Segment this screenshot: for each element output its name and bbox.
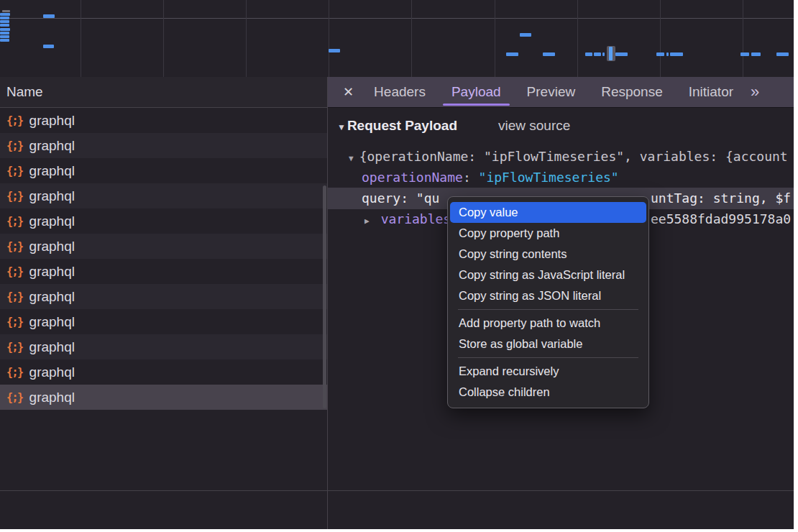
payload-root-preview: {operationName: "ipFlowTimeseries", vari… [359, 149, 788, 164]
scrollbar-thumb[interactable] [323, 185, 326, 408]
request-timing-bar [594, 52, 601, 56]
network-request-row[interactable]: {;}graphql [0, 234, 327, 259]
overview-gridline [81, 0, 81, 77]
expand-triangle-icon[interactable]: ▶ [364, 216, 370, 226]
overview-gridline [163, 0, 164, 77]
json-braces-icon: {;} [6, 139, 23, 152]
payload-root-row[interactable]: ▼{operationName: "ipFlowTimeseries", var… [328, 147, 794, 167]
request-timing-bar [666, 52, 669, 56]
detail-tabs-bar: ✕ HeadersPayloadPreviewResponseInitiator… [328, 77, 794, 108]
network-request-row[interactable]: {;}graphql [0, 309, 327, 334]
network-request-row[interactable]: {;}graphql [0, 259, 327, 284]
query-value-right-fragment: untTag: string, $f [651, 188, 791, 209]
json-braces-icon: {;} [6, 316, 23, 329]
request-timing-bar [43, 14, 55, 18]
request-timing-bar [0, 24, 9, 27]
overview-gridline [329, 0, 329, 77]
menu-item-copy-property-path[interactable]: Copy property path [448, 223, 648, 244]
request-name: graphql [29, 188, 75, 204]
network-request-row[interactable]: {;}graphql [0, 334, 327, 359]
request-timing-bar [670, 52, 683, 56]
network-request-row[interactable]: {;}graphql [0, 183, 327, 208]
tab-payload[interactable]: Payload [439, 77, 514, 107]
json-braces-icon: {;} [6, 165, 23, 178]
collapse-triangle-icon[interactable]: ▼ [337, 122, 346, 132]
request-timing-bar [0, 13, 10, 16]
payload-operationname-row[interactable]: operationName: "ipFlowTimeseries" [328, 168, 794, 188]
request-timing-bar [520, 33, 531, 37]
footer-divider [0, 490, 794, 491]
network-request-row[interactable]: {;}graphql [0, 284, 327, 309]
request-timing-bar [2, 10, 10, 12]
detail-tabs: HeadersPayloadPreviewResponseInitiator [361, 77, 746, 107]
request-timing-bar [615, 52, 628, 56]
request-timing-bar [776, 52, 789, 56]
request-timing-bar [0, 35, 9, 38]
query-value-left-fragment: query: "qu [362, 191, 439, 206]
json-braces-icon: {;} [6, 190, 23, 203]
tab-initiator[interactable]: Initiator [676, 77, 746, 107]
menu-divider [458, 357, 638, 358]
json-braces-icon: {;} [6, 215, 23, 228]
request-name: graphql [29, 390, 75, 405]
request-timing-bar [0, 20, 9, 23]
overview-gridline [577, 0, 578, 77]
property-value-string: "ipFlowTimeseries" [479, 170, 619, 185]
request-name: graphql [29, 113, 75, 129]
overview-gridline [246, 0, 247, 77]
view-source-link[interactable]: view source [498, 118, 570, 134]
json-braces-icon: {;} [6, 240, 23, 253]
menu-item-copy-value[interactable]: Copy value [450, 202, 646, 223]
request-timing-bar [0, 17, 9, 19]
json-braces-icon: {;} [6, 290, 23, 303]
request-timing-bar [0, 32, 9, 35]
request-timing-bar [602, 52, 605, 56]
close-icon[interactable]: ✕ [343, 84, 354, 100]
tab-response[interactable]: Response [588, 77, 676, 107]
network-request-row[interactable]: {;}graphql [0, 158, 327, 183]
json-braces-icon: {;} [6, 341, 23, 354]
overview-gridline [495, 0, 495, 77]
menu-item-collapse-children[interactable]: Collapse children [448, 382, 648, 403]
network-request-row[interactable]: {;}graphql [0, 108, 327, 133]
request-timing-bar [43, 45, 54, 48]
devtools-network-panel: Name ✕ HeadersPayloadPreviewResponseInit… [0, 0, 794, 529]
overview-gridline [411, 0, 412, 77]
menu-item-copy-string-as-javascript-literal[interactable]: Copy string as JavaScript literal [448, 265, 648, 285]
request-timing-bar [656, 52, 664, 56]
request-name: graphql [29, 314, 75, 330]
network-overview-timeline[interactable] [0, 0, 794, 78]
context-menu: Copy valueCopy property pathCopy string … [447, 196, 649, 408]
tab-preview[interactable]: Preview [514, 77, 589, 107]
network-request-row[interactable]: {;}graphql [0, 133, 327, 158]
request-timing-bar [0, 39, 9, 42]
json-braces-icon: {;} [6, 265, 23, 278]
request-timing-bar [751, 52, 761, 56]
variables-right-fragment: ee5588fdad995178a0 [651, 209, 791, 229]
request-name: graphql [29, 264, 75, 280]
request-payload-section-header: ▼ Request Payload view source [337, 118, 570, 134]
menu-item-copy-string-as-json-literal[interactable]: Copy string as JSON literal [448, 285, 648, 306]
more-tabs-icon[interactable]: » [751, 78, 759, 106]
request-payload-title: Request Payload [347, 118, 457, 134]
request-name: graphql [29, 214, 75, 229]
expand-triangle-icon[interactable]: ▼ [349, 154, 354, 163]
menu-item-copy-string-contents[interactable]: Copy string contents [448, 244, 648, 265]
request-name: graphql [29, 364, 75, 380]
request-name: graphql [29, 163, 75, 179]
request-timing-bar [585, 52, 592, 56]
menu-item-add-property-path-to-watch[interactable]: Add property path to watch [448, 313, 648, 334]
menu-item-expand-recursively[interactable]: Expand recursively [448, 361, 648, 382]
json-braces-icon: {;} [6, 114, 23, 127]
name-column-label: Name [6, 84, 43, 99]
network-request-row[interactable]: {;}graphql [0, 208, 327, 234]
json-braces-icon: {;} [6, 366, 23, 379]
request-name: graphql [29, 138, 75, 154]
overview-gridline [660, 0, 661, 77]
name-column-header[interactable]: Name [0, 77, 328, 108]
network-request-row[interactable]: {;}graphql [0, 359, 327, 385]
menu-item-store-as-global-variable[interactable]: Store as global variable [448, 334, 648, 354]
request-timing-bar [0, 28, 10, 31]
tab-headers[interactable]: Headers [361, 77, 439, 107]
network-request-row[interactable]: {;}graphql [0, 385, 327, 410]
